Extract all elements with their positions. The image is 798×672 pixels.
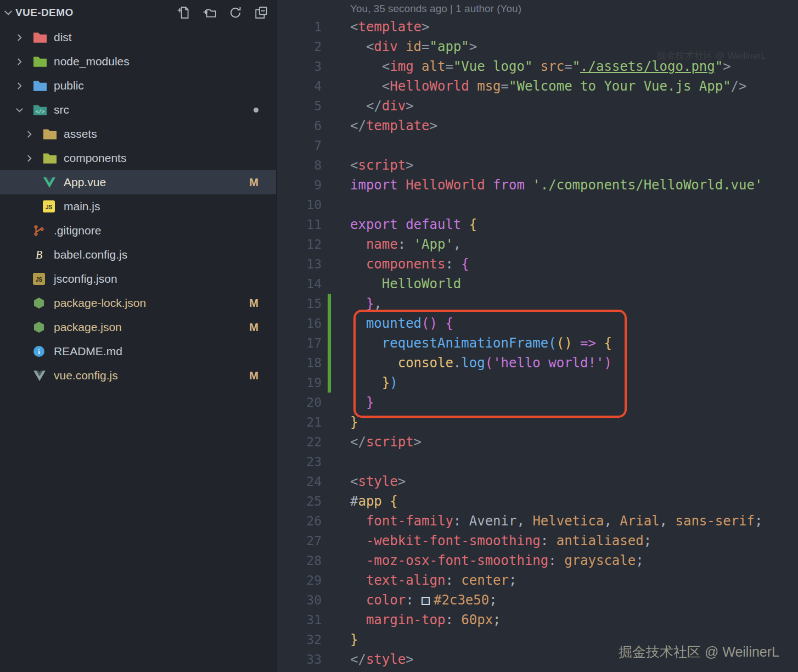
- line-number: 11: [277, 215, 322, 234]
- code-line[interactable]: 11export default {: [277, 215, 798, 234]
- line-number: 29: [277, 570, 322, 590]
- code-text: text-align: center;: [350, 570, 516, 590]
- code-area[interactable]: 1<template>2 <div id="app">3 <img alt="V…: [277, 17, 798, 669]
- file-item-package-json[interactable]: package.jsonM: [0, 315, 276, 339]
- code-line[interactable]: 8<script>: [277, 155, 798, 175]
- chevron-right-icon[interactable]: [14, 81, 33, 91]
- code-text: </script>: [350, 432, 422, 452]
- code-line[interactable]: 26 font-family: Avenir, Helvetica, Arial…: [277, 511, 798, 531]
- file-item-assets[interactable]: assets: [0, 122, 276, 146]
- file-item-components[interactable]: components: [0, 146, 276, 170]
- file-item-app-vue[interactable]: App.vueM: [0, 170, 276, 194]
- explorer-header[interactable]: VUE-DEMO: [0, 0, 276, 25]
- line-number: 15: [277, 294, 322, 313]
- code-line[interactable]: 1<template>: [277, 17, 798, 37]
- code-line[interactable]: 4 <HelloWorld msg="Welcome to Your Vue.j…: [277, 76, 798, 96]
- folder-icon: [33, 56, 54, 68]
- file-item-dist[interactable]: dist: [0, 25, 276, 49]
- code-line[interactable]: 22</script>: [277, 432, 798, 452]
- git-status-badge: M: [249, 369, 258, 382]
- file-item-src[interactable]: </>src: [0, 98, 276, 122]
- code-line[interactable]: 30 color: #2c3e50;: [277, 590, 798, 610]
- line-number: 28: [277, 551, 322, 570]
- code-line[interactable]: 27 -webkit-font-smoothing: antialiased;: [277, 531, 798, 551]
- file-label: package-lock.json: [54, 296, 146, 310]
- chevron-right-icon[interactable]: [24, 129, 43, 139]
- file-list: distnode_modulespublic</>srcassetscompon…: [0, 25, 276, 388]
- file-item-gitignore[interactable]: .gitignore: [0, 219, 276, 243]
- svg-text:JS: JS: [46, 204, 53, 210]
- chevron-down-icon[interactable]: [14, 105, 33, 115]
- git-status-badge: M: [249, 297, 258, 310]
- code-line[interactable]: 29 text-align: center;: [277, 570, 798, 590]
- file-item-node-modules[interactable]: node_modules: [0, 49, 276, 74]
- file-item-main-js[interactable]: JSmain.js: [0, 194, 276, 219]
- code-line[interactable]: 20 }: [277, 393, 798, 412]
- babel-icon: B: [33, 249, 54, 261]
- file-label: assets: [64, 127, 97, 141]
- watermark-faint: 掘金技术社区 @ WeilinerL: [657, 49, 766, 62]
- code-line[interactable]: 31 margin-top: 60px;: [277, 610, 798, 630]
- line-number: 24: [277, 472, 322, 491]
- code-line[interactable]: 15 },: [277, 294, 798, 313]
- code-text: console.log('hello world!'): [350, 353, 612, 373]
- code-line[interactable]: 19 }): [277, 373, 798, 393]
- svg-text:</>: </>: [36, 108, 45, 114]
- line-number: 30: [277, 590, 322, 610]
- code-line[interactable]: 28 -moz-osx-font-smoothing: grayscale;: [277, 551, 798, 570]
- code-text: -webkit-font-smoothing: antialiased;: [350, 531, 651, 551]
- line-number: 33: [277, 649, 322, 669]
- folder-icon: [33, 80, 54, 92]
- git-blame-annotation: You, 35 seconds ago | 1 author (You): [350, 3, 521, 15]
- code-line[interactable]: 5 </div>: [277, 96, 798, 116]
- file-item-jsconfig-json[interactable]: JSjsconfig.json: [0, 267, 276, 291]
- code-line[interactable]: 14 HelloWorld: [277, 274, 798, 294]
- file-label: README.md: [54, 345, 122, 358]
- code-text: </div>: [350, 96, 414, 116]
- code-line[interactable]: 10: [277, 195, 798, 215]
- code-line[interactable]: 7: [277, 136, 798, 155]
- file-item-public[interactable]: public: [0, 74, 276, 98]
- refresh-button[interactable]: [228, 5, 243, 20]
- file-item-readme-md[interactable]: iREADME.md: [0, 339, 276, 363]
- code-line[interactable]: 6</template>: [277, 116, 798, 136]
- code-line[interactable]: 25#app {: [277, 491, 798, 511]
- new-file-button[interactable]: [177, 5, 191, 20]
- vue-icon: [43, 177, 64, 188]
- code-line[interactable]: 21}: [277, 412, 798, 432]
- file-item-package-lock-json[interactable]: package-lock.jsonM: [0, 291, 276, 315]
- code-text: <template>: [350, 17, 430, 37]
- code-line[interactable]: 17 requestAnimationFrame(() => {: [277, 333, 798, 353]
- code-line[interactable]: 13 components: {: [277, 254, 798, 274]
- code-text: -moz-osx-font-smoothing: grayscale;: [350, 551, 644, 570]
- chevron-right-icon[interactable]: [14, 57, 33, 67]
- line-number: 22: [277, 432, 322, 452]
- code-line[interactable]: 23: [277, 452, 798, 472]
- file-label: src: [54, 103, 69, 116]
- chevron-right-icon[interactable]: [14, 32, 33, 43]
- file-label: main.js: [64, 200, 100, 213]
- file-item-babel-config-js[interactable]: Bbabel.config.js: [0, 243, 276, 267]
- file-label: package.json: [54, 321, 122, 334]
- code-text: requestAnimationFrame(() => {: [350, 333, 612, 353]
- code-text: }: [350, 393, 374, 412]
- info-icon: i: [33, 345, 54, 357]
- code-line[interactable]: 9import HelloWorld from './components/He…: [277, 175, 798, 195]
- code-text: <style>: [350, 472, 406, 491]
- chevron-down-icon[interactable]: [2, 7, 14, 19]
- color-swatch[interactable]: [422, 597, 430, 605]
- code-line[interactable]: 12 name: 'App',: [277, 234, 798, 254]
- code-line[interactable]: 16 mounted() {: [277, 313, 798, 333]
- collapse-folders-button[interactable]: [254, 5, 268, 20]
- explorer-actions: [177, 5, 268, 20]
- code-text: color: #2c3e50;: [350, 590, 497, 610]
- file-item-vue-config-js[interactable]: vue.config.jsM: [0, 363, 276, 388]
- code-line[interactable]: 24<style>: [277, 472, 798, 491]
- code-line[interactable]: 18 console.log('hello world!'): [277, 353, 798, 373]
- code-text: }): [350, 373, 398, 393]
- js-icon: JS: [43, 200, 64, 212]
- modified-dot: [254, 108, 258, 113]
- file-label: dist: [54, 31, 72, 44]
- chevron-right-icon[interactable]: [24, 153, 43, 164]
- new-folder-button[interactable]: [203, 5, 217, 20]
